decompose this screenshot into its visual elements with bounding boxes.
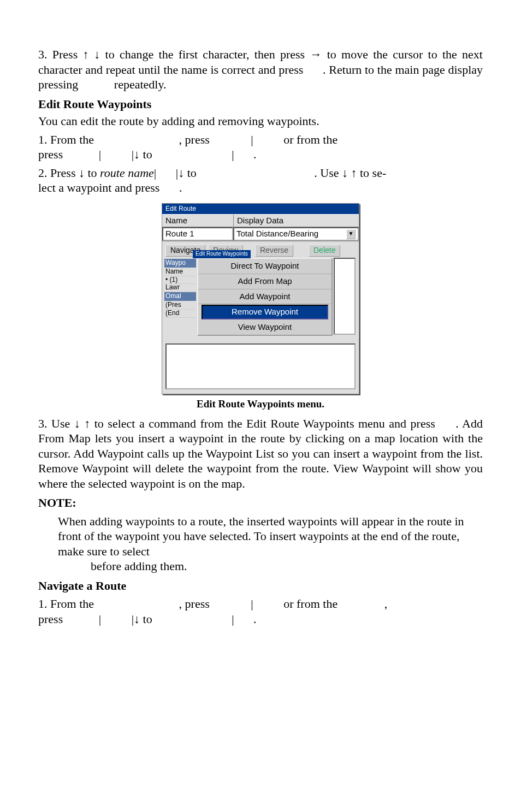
intro-text: You can edit the route by adding and rem… [38, 114, 483, 129]
nav-step-1: 1. From the , press | or from the , pres… [38, 596, 483, 626]
edit-route-window: Edit Route Name Display Data Route 1 Tot… [162, 203, 359, 394]
menu-view-waypoint[interactable]: View Waypoint [198, 320, 331, 335]
txt: | [251, 133, 253, 146]
combo-value: Total Distance/Bearing [236, 229, 318, 239]
header-display-data-label: Display Data [237, 216, 283, 226]
menu-remove-waypoint[interactable]: Remove Waypoint [202, 305, 328, 319]
note-label: NOTE: [38, 495, 483, 511]
txt: |↓ to [132, 147, 152, 161]
txt: | [99, 147, 101, 161]
txt: . [253, 147, 257, 161]
route-name-input[interactable]: Route 1 [162, 227, 233, 241]
txt: |↓ to [176, 166, 197, 180]
txt: | [232, 612, 234, 626]
step-2a: 2. Press ↓ to route name| |↓ to . Use ↓ … [38, 165, 483, 195]
left-end: (End [164, 310, 196, 318]
txt: | [154, 166, 156, 180]
tab-delete[interactable]: Delete [309, 245, 340, 257]
overlay-title: Edit Route Waypoints [193, 250, 251, 258]
step-3-top: 3. Press ↑ ↓ to change the first charact… [38, 47, 483, 92]
txt: to change the first character, then pres… [100, 48, 310, 61]
txt: . Use ↓ ↑ to se- [314, 166, 386, 180]
txt: 2. Press ↓ to [38, 166, 100, 180]
window-titlebar: Edit Route [162, 204, 359, 214]
txt: press [38, 612, 63, 626]
menu-direct-to-waypoint[interactable]: Direct To Waypoint [198, 259, 331, 274]
left-waypo: Waypo [164, 259, 196, 268]
waypoint-list-clip: Waypo Name • (1) Lawr Omal (Pres (End [164, 257, 196, 336]
txt: . [179, 181, 182, 194]
heading-edit-route-waypoints: Edit Route Waypoints [38, 97, 483, 112]
txt: 1. From the [38, 597, 94, 611]
note-body: When adding waypoints to a route, the in… [58, 514, 483, 574]
up-down-arrows: ↑ ↓ [82, 48, 100, 61]
txt: or from the [283, 597, 338, 611]
chevron-down-icon[interactable]: ▼ [346, 229, 356, 239]
txt: , press [179, 597, 210, 611]
menu-add-waypoint[interactable]: Add Waypoint [198, 289, 331, 305]
txt: lect a waypoint and press [38, 181, 159, 194]
left-omal: Omal [164, 292, 196, 301]
txt: When adding waypoints to a route, the in… [58, 514, 464, 558]
right-blank-column [334, 258, 356, 335]
txt: | [232, 147, 234, 161]
left-pres: (Pres [164, 301, 196, 310]
left-name: Name [164, 268, 196, 276]
txt: before adding them. [91, 559, 187, 573]
txt: , [384, 597, 388, 611]
right-arrow: → [310, 48, 322, 61]
txt: or from the [283, 133, 338, 146]
display-data-combo[interactable]: Total Distance/Bearing ▼ [233, 227, 359, 241]
txt: press [38, 147, 63, 161]
txt: | [99, 612, 101, 626]
screenshot-figure: Edit Route Name Display Data Route 1 Tot… [38, 203, 483, 411]
txt: |↓ to [132, 612, 152, 626]
txt: 3. Press [38, 48, 82, 61]
lower-blank-area [165, 343, 356, 389]
txt: 3. Use ↓ ↑ to select a command from the … [38, 417, 435, 430]
txt: , press [179, 133, 210, 146]
route-name-italic: route name [100, 166, 154, 180]
txt: 1. From the [38, 133, 94, 146]
header-name-label: Name [162, 215, 234, 227]
context-menu: Direct To Waypoint Add From Map Add Wayp… [197, 258, 333, 336]
left-1: • (1) [164, 276, 196, 285]
step-1a: 1. From the , press | or from the press … [38, 132, 483, 162]
tab-reverse[interactable]: Reverse [255, 245, 293, 257]
txt: . [253, 612, 257, 626]
heading-navigate-route: Navigate a Route [38, 578, 483, 594]
left-lawr: Lawr [164, 284, 196, 292]
menu-add-from-map[interactable]: Add From Map [198, 274, 331, 289]
figure-caption: Edit Route Waypoints menu. [38, 398, 483, 411]
txt: repeatedly. [114, 78, 167, 91]
txt: | [251, 597, 253, 611]
step-3-below: 3. Use ↓ ↑ to select a command from the … [38, 416, 483, 491]
